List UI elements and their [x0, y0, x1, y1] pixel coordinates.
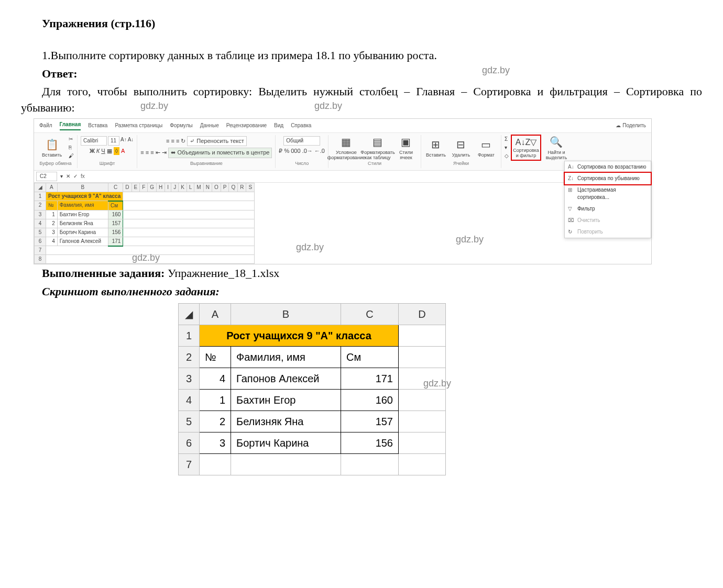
corner-cell[interactable]: ◢ — [179, 303, 200, 325]
row-header[interactable]: 6 — [179, 432, 200, 453]
header-cm[interactable]: См — [341, 346, 399, 368]
col-header[interactable]: J — [171, 183, 179, 192]
cell[interactable]: 3 — [200, 432, 231, 453]
col-header[interactable]: O — [212, 183, 221, 192]
cell[interactable]: 2 — [46, 219, 58, 228]
format-table-button[interactable]: ▤ Форматировать как таблицу — [363, 135, 392, 161]
cell[interactable]: Бахтин Егор — [57, 210, 108, 219]
format-painter-icon[interactable]: 🖌 — [69, 152, 74, 160]
row-header[interactable]: 7 — [179, 453, 200, 475]
paste-button[interactable]: 📋 Вставить — [37, 137, 67, 158]
align-right-icon[interactable]: ≡ — [150, 149, 154, 157]
tab-layout[interactable]: Разметка страницы — [115, 122, 162, 129]
corner-cell[interactable]: ◢ — [35, 183, 46, 192]
align-center-icon[interactable]: ≡ — [146, 149, 149, 157]
cell[interactable]: 156 — [341, 432, 399, 453]
cell[interactable]: 4 — [46, 237, 58, 246]
font-size-select[interactable]: 11 — [108, 136, 119, 146]
col-header[interactable]: B — [231, 303, 341, 325]
col-header[interactable]: R — [238, 183, 246, 192]
cell[interactable]: Бортич Карина — [57, 228, 108, 237]
cell[interactable]: 157 — [108, 219, 123, 228]
cell[interactable]: 156 — [108, 228, 123, 237]
col-header[interactable]: E — [132, 183, 140, 192]
header-cm[interactable]: См — [108, 201, 123, 210]
filter-item[interactable]: Фильтр — [565, 203, 651, 215]
row-header[interactable]: 2 — [179, 346, 200, 368]
dec-dec-icon[interactable]: ←.0 — [314, 147, 325, 155]
border-icon[interactable]: ▦ — [107, 147, 112, 155]
tab-view[interactable]: Вид — [274, 122, 283, 129]
col-header[interactable]: L — [187, 183, 194, 192]
clear-icon[interactable]: ◇ — [505, 152, 509, 160]
row-header[interactable]: 4 — [35, 219, 46, 228]
row-header[interactable]: 4 — [179, 389, 200, 411]
tab-insert[interactable]: Вставка — [88, 122, 107, 129]
row-header[interactable]: 1 — [179, 325, 200, 346]
row-header[interactable]: 1 — [35, 192, 46, 201]
sort-desc-item[interactable]: Сортировка по убыванию — [564, 172, 652, 185]
insert-cells-button[interactable]: ⊞ Вставить — [424, 137, 447, 158]
thousands-icon[interactable]: 000 — [291, 147, 300, 155]
col-header[interactable]: D — [399, 303, 446, 325]
font-name-select[interactable]: Calibri — [81, 136, 107, 146]
cell[interactable]: 160 — [108, 210, 123, 219]
fill-color-icon[interactable]: ◊ — [114, 147, 119, 155]
col-header[interactable]: C — [341, 303, 399, 325]
col-header[interactable]: K — [179, 183, 187, 192]
row-header[interactable]: 2 — [35, 201, 46, 210]
wrap-text-button[interactable]: ⤶ Переносить текст — [187, 136, 246, 146]
align-top-icon[interactable]: ≡ — [166, 137, 169, 145]
merge-button[interactable]: ⬌ Объединить и поместить в центре — [168, 148, 272, 158]
cell[interactable]: 171 — [341, 368, 399, 389]
col-header[interactable]: A — [200, 303, 231, 325]
cell[interactable]: Белизняк Яна — [231, 411, 341, 432]
autosum-icon[interactable]: Σ — [505, 136, 509, 143]
copy-icon[interactable]: ⎘ — [69, 144, 74, 151]
cell-styles-button[interactable]: ▣ Стили ячеек — [395, 135, 418, 161]
align-left-icon[interactable]: ≡ — [140, 149, 144, 157]
row-header[interactable]: 5 — [179, 411, 200, 432]
row-header[interactable]: 3 — [179, 368, 200, 389]
tab-help[interactable]: Справка — [291, 122, 311, 129]
share-button[interactable]: ☁ Поделить — [616, 122, 646, 129]
sort-asc-item[interactable]: Сортировка по возрастанию — [565, 161, 651, 173]
number-format-select[interactable]: Общий — [283, 136, 320, 146]
tab-formulas[interactable]: Формулы — [170, 122, 193, 129]
reapply-item[interactable]: Повторить — [565, 226, 651, 238]
name-box-dropdown-icon[interactable]: ▾ — [60, 173, 63, 180]
format-cells-button[interactable]: ▭ Формат — [475, 137, 498, 158]
tab-home[interactable]: Главная — [60, 121, 81, 130]
cell[interactable]: Белизняк Яна — [57, 219, 108, 228]
col-header[interactable]: N — [203, 183, 212, 192]
name-box[interactable]: C2 — [36, 172, 57, 181]
cell[interactable]: 2 — [200, 411, 231, 432]
table-title-cell[interactable]: Рост учащихся 9 "А" класса — [46, 192, 123, 201]
align-middle-icon[interactable]: ≡ — [171, 137, 174, 145]
cell[interactable]: 160 — [341, 389, 399, 411]
tab-review[interactable]: Рецензирование — [226, 122, 267, 129]
result-title-cell[interactable]: Рост учащихся 9 "А" класса — [200, 325, 399, 346]
italic-button[interactable]: К — [96, 147, 100, 155]
col-header[interactable]: H — [157, 183, 165, 192]
align-bottom-icon[interactable]: ≡ — [176, 137, 179, 145]
sort-filter-button[interactable]: A↓Z▽ Сортировка и фильтр — [511, 135, 541, 161]
font-color-icon[interactable]: A — [121, 147, 125, 155]
indent-dec-icon[interactable]: ⇤ — [156, 149, 160, 157]
cell[interactable]: 3 — [46, 228, 58, 237]
col-header[interactable]: G — [148, 183, 157, 192]
col-header[interactable]: S — [246, 183, 255, 192]
col-header[interactable]: I — [165, 183, 171, 192]
col-header[interactable]: P — [221, 183, 229, 192]
header-name[interactable]: Фамилия, имя — [57, 201, 108, 210]
header-num[interactable]: № — [200, 346, 231, 368]
cell[interactable]: Бахтин Егор — [231, 389, 341, 411]
row-header[interactable]: 7 — [35, 246, 46, 255]
row-header[interactable]: 5 — [35, 228, 46, 237]
row-header[interactable]: 8 — [35, 255, 46, 264]
tab-file[interactable]: Файл — [39, 122, 52, 129]
col-header[interactable]: C — [108, 183, 123, 192]
orientation-icon[interactable]: ↻ — [181, 137, 185, 145]
dec-inc-icon[interactable]: .0→ — [302, 147, 313, 155]
tab-data[interactable]: Данные — [200, 122, 219, 129]
